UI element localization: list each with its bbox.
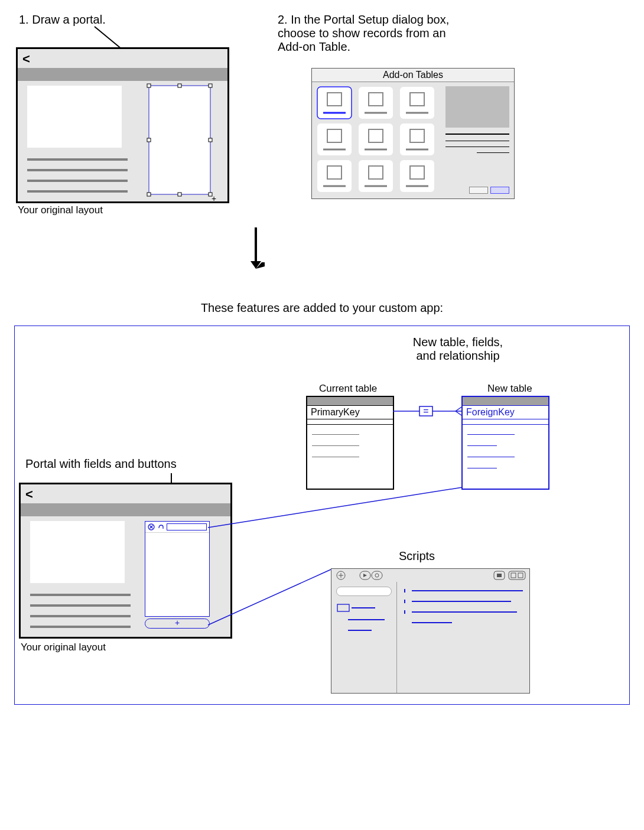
addon-thumbnails xyxy=(316,85,440,195)
attachment-icon xyxy=(157,523,164,530)
svg-line-48 xyxy=(456,411,461,415)
result-box: New table, fields, and relationship Curr… xyxy=(14,326,630,705)
svg-rect-15 xyxy=(359,87,393,119)
connector-button-to-scripts xyxy=(207,568,337,639)
svg-line-54 xyxy=(208,487,462,528)
result-portal-rect xyxy=(145,521,210,617)
new-table-box: ForeignKey xyxy=(461,396,549,490)
addon-tables-dialog: Add-on Tables xyxy=(311,68,515,199)
svg-rect-12 xyxy=(317,87,352,119)
svg-rect-6 xyxy=(147,138,151,142)
step2-text-line2: choose to show records from an xyxy=(278,27,449,40)
layout-mockup-1: < + xyxy=(16,47,229,203)
step2-text-line1: 2. In the Portal Setup dialog box, xyxy=(278,13,449,27)
svg-rect-33 xyxy=(359,160,393,192)
relationship-heading-l2: and relationship xyxy=(369,349,547,363)
script-steps xyxy=(399,584,526,655)
dialog-title: Add-on Tables xyxy=(383,70,443,80)
portal-heading: Portal with fields and buttons xyxy=(25,457,177,471)
portal-selection-rect: + xyxy=(147,83,217,201)
step2-text-line3: Add-on Table. xyxy=(278,40,449,54)
svg-rect-2 xyxy=(149,86,210,194)
connector-table-to-portal xyxy=(207,486,467,533)
svg-rect-3 xyxy=(147,84,151,87)
svg-text:+: + xyxy=(212,194,216,201)
svg-line-46 xyxy=(456,407,461,411)
back-chevron-icon: < xyxy=(22,51,30,67)
svg-rect-69 xyxy=(337,604,349,611)
layout-caption-1: Your original layout xyxy=(18,204,103,216)
relationship-connector: = xyxy=(392,404,463,422)
svg-rect-21 xyxy=(317,123,352,155)
delete-icon xyxy=(148,523,155,530)
back-chevron-icon-2: < xyxy=(25,487,33,502)
svg-rect-9 xyxy=(178,193,181,196)
foreign-key-field: ForeignKey xyxy=(463,406,548,419)
svg-line-55 xyxy=(208,569,331,625)
svg-rect-8 xyxy=(147,193,151,196)
current-table-box: PrimaryKey xyxy=(306,396,394,490)
result-intro: These features are added to your custom … xyxy=(0,301,644,315)
primary-key-field: PrimaryKey xyxy=(307,406,393,419)
svg-rect-36 xyxy=(400,160,434,192)
svg-rect-24 xyxy=(359,123,393,155)
layout-caption-2: Your original layout xyxy=(21,642,106,653)
scripts-toolbar xyxy=(331,569,529,583)
scripts-heading: Scripts xyxy=(399,549,435,563)
new-table-label: New table xyxy=(487,383,532,395)
svg-rect-5 xyxy=(209,84,212,87)
arrow-down-icon xyxy=(247,224,265,272)
svg-rect-30 xyxy=(317,160,352,192)
svg-rect-18 xyxy=(400,87,434,119)
svg-rect-27 xyxy=(400,123,434,155)
svg-rect-65 xyxy=(497,574,502,577)
svg-rect-4 xyxy=(178,84,181,87)
svg-text:=: = xyxy=(423,406,428,416)
svg-rect-7 xyxy=(209,138,212,142)
current-table-label: Current table xyxy=(319,383,377,395)
scripts-window xyxy=(331,568,530,694)
add-row-button[interactable]: + xyxy=(145,619,210,629)
relationship-heading-l1: New table, fields, xyxy=(369,336,547,349)
layout-mockup-2: < + xyxy=(19,483,232,639)
